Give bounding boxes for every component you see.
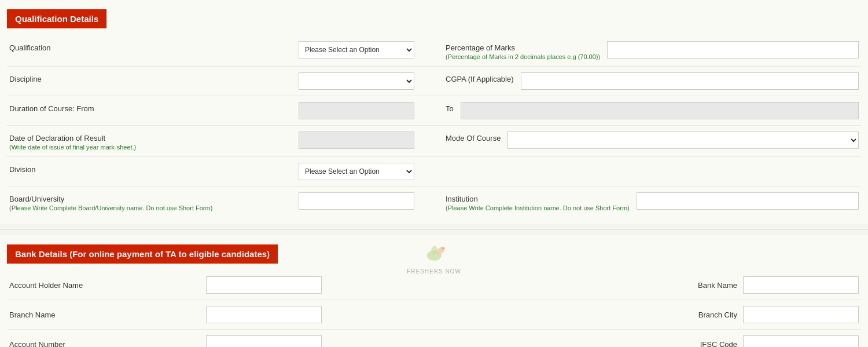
institution-input[interactable] [637, 192, 859, 210]
svg-point-4 [442, 247, 444, 249]
qualification-label: Qualification [9, 43, 51, 52]
branch-name-label: Branch Name [9, 311, 55, 319]
cgpa-input[interactable] [521, 72, 859, 90]
svg-point-2 [439, 247, 444, 252]
percentage-marks-label: Percentage of Marks [446, 43, 515, 52]
duration-to-label: To [446, 104, 454, 113]
svg-marker-5 [444, 248, 446, 249]
account-holder-name-label: Account Holder Name [9, 281, 83, 290]
ifsc-code-label: IFSC Code [700, 340, 737, 348]
date-declaration-sublabel: (Write date of issue of final year mark-… [9, 144, 292, 151]
bank-name-input[interactable] [743, 276, 859, 294]
institution-sublabel: (Please Write Complete Institution name.… [446, 204, 630, 211]
discipline-label: Discipline [9, 75, 42, 83]
percentage-marks-input[interactable] [607, 41, 859, 59]
watermark: FRESHERS NOW [407, 238, 461, 275]
watermark-text: FRESHERS NOW [407, 268, 461, 275]
mode-course-select[interactable] [507, 132, 859, 149]
bank-name-label: Bank Name [698, 281, 737, 290]
date-declaration-input[interactable] [299, 132, 414, 149]
bank-section-header: Bank Details (For online payment of TA t… [7, 244, 278, 264]
mode-course-label: Mode Of Course [446, 134, 501, 143]
qualification-section-header: Qualification Details [7, 9, 106, 28]
ifsc-code-input[interactable] [743, 335, 859, 347]
division-label: Division [9, 165, 36, 174]
duration-from-input[interactable] [299, 102, 414, 119]
percentage-marks-sublabel: (Percentage of Marks in 2 decimals place… [446, 53, 600, 60]
board-university-input[interactable] [299, 192, 414, 210]
duration-from-label: Duration of Course: From [9, 104, 94, 113]
branch-city-input[interactable] [743, 306, 859, 323]
branch-name-input[interactable] [206, 306, 322, 323]
account-number-input[interactable] [206, 335, 322, 347]
board-university-label: Board/University [9, 195, 64, 203]
discipline-select[interactable] [299, 72, 414, 90]
cgpa-label: CGPA (If Applicable) [446, 75, 514, 83]
qualification-select[interactable]: Please Select an Option [299, 41, 414, 59]
date-declaration-label: Date of Declaration of Result [9, 134, 105, 143]
account-number-label: Account Number [9, 340, 65, 348]
account-holder-name-input[interactable] [206, 276, 322, 294]
branch-city-label: Branch City [698, 311, 737, 319]
division-select[interactable]: Please Select an Option [299, 163, 414, 180]
institution-label: Institution [446, 195, 478, 203]
duration-to-input[interactable] [461, 102, 859, 119]
board-university-sublabel: (Please Write Complete Board/University … [9, 204, 292, 211]
